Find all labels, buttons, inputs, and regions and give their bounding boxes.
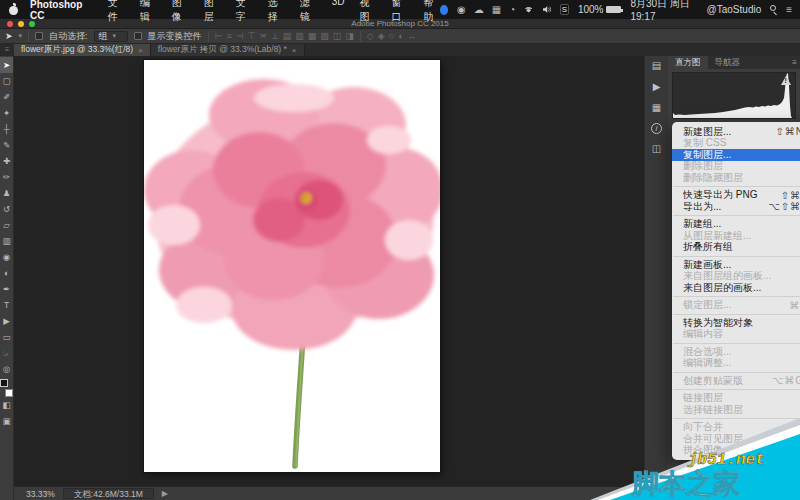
quick-mask-icon[interactable]: ◧ <box>0 397 13 413</box>
tabbar-overflow-icon[interactable]: ≡ <box>0 44 14 56</box>
shape-tool[interactable]: ▭ <box>0 329 13 345</box>
clock-icon[interactable]: ◔ <box>509 5 515 15</box>
close-tab-icon[interactable]: × <box>138 46 143 55</box>
color-swatches[interactable] <box>0 379 13 397</box>
align-button-1[interactable]: ⊢ <box>215 31 223 42</box>
zoom-window-button[interactable] <box>29 21 35 27</box>
input-indicator-icon[interactable]: ◉ <box>457 5 466 15</box>
menubar-menu-视图[interactable]: 视图 <box>359 0 376 24</box>
tools-panel: ➤▢✐✦┼✎✚✏♟↺▱▥◉◐✒T▶▭☞◎◧▣ <box>0 56 14 500</box>
apple-menu-icon[interactable] <box>8 4 18 15</box>
mode-button-1[interactable]: ◇ <box>367 31 374 42</box>
menubar-menu-文件[interactable]: 文件 <box>108 0 125 24</box>
dodge-tool[interactable]: ◐ <box>0 265 13 281</box>
collapsed-panel-adjustments-icon[interactable]: ▦ <box>649 101 665 115</box>
canvas-area[interactable] <box>14 56 644 486</box>
histogram-warning-icon[interactable] <box>781 76 791 85</box>
menubar-menu-帮助[interactable]: 帮助 <box>423 0 440 24</box>
hand-tool[interactable]: ☞ <box>0 345 13 361</box>
align-button-12[interactable]: ◨ <box>345 31 354 42</box>
wifi-icon[interactable] <box>524 5 533 14</box>
menubar-app-badge[interactable]: S <box>560 4 569 15</box>
auto-select-dropdown[interactable]: 组▾ <box>94 31 128 42</box>
gradient-tool[interactable]: ▥ <box>0 233 13 249</box>
menubar-user[interactable]: @TaoStudio <box>707 4 762 15</box>
menubar-menu-文字[interactable]: 文字 <box>236 0 253 24</box>
menubar-menu-选择[interactable]: 选择 <box>268 0 285 24</box>
eraser-tool[interactable]: ▱ <box>0 217 13 233</box>
spotlight-search-icon[interactable] <box>770 5 777 14</box>
healing-brush-tool[interactable]: ✚ <box>0 153 13 169</box>
menubar-menu-滤镜[interactable]: 滤镜 <box>300 0 317 24</box>
show-transform-checkbox[interactable] <box>134 32 142 40</box>
align-buttons: ⊢≡⊣⊤≍⊥▤▥▦▧◫◨ <box>215 31 354 42</box>
align-button-8[interactable]: ▥ <box>295 31 304 42</box>
screen-mode-icon[interactable]: ▣ <box>0 413 13 429</box>
collapsed-panel-swatches-icon[interactable]: ▤ <box>649 59 665 73</box>
cloud-icon[interactable]: ☁ <box>474 5 484 15</box>
eyedropper-tool[interactable]: ✎ <box>0 137 13 153</box>
align-button-5[interactable]: ≍ <box>259 31 267 42</box>
pen-tool[interactable]: ✒ <box>0 281 13 297</box>
menubar-clock[interactable]: 8月30日 周日 19:17 <box>630 0 697 22</box>
menu-item[interactable]: 来自图层的画板... <box>672 282 800 294</box>
crop-tool[interactable]: ┼ <box>0 121 13 137</box>
move-tool[interactable]: ➤ <box>0 57 13 73</box>
menubar-menu-窗口[interactable]: 窗口 <box>391 0 408 24</box>
status-options-arrow-icon[interactable]: ▶ <box>162 489 168 498</box>
align-button-11[interactable]: ◫ <box>333 31 342 42</box>
collapsed-panel-properties-icon[interactable]: ◫ <box>649 142 665 156</box>
mode-button-3[interactable]: ○ <box>389 31 394 42</box>
close-tab-icon[interactable]: × <box>292 46 297 55</box>
mode-button-5[interactable]: ↔ <box>408 31 417 42</box>
panel-menu-icon[interactable]: ≡ <box>792 56 800 69</box>
path-selection-tool[interactable]: ▶ <box>0 313 13 329</box>
menu-item[interactable]: 折叠所有组 <box>672 242 800 254</box>
zoom-tool[interactable]: ◎ <box>0 361 13 377</box>
align-button-6[interactable]: ⊥ <box>271 31 279 42</box>
document-tab-2[interactable]: flower原片 拷贝 @ 33.3%(Lab/8) *× <box>151 44 305 56</box>
zoom-level-field[interactable]: 33.33% <box>26 489 55 499</box>
tool-preset-caret-icon[interactable]: ▾ <box>19 32 23 40</box>
menubar-menu-编辑[interactable]: 编辑 <box>140 0 157 24</box>
collapsed-panel-info-icon[interactable]: i <box>651 123 662 134</box>
mode-button-4[interactable]: ◐ <box>398 31 403 42</box>
app-menu-title[interactable]: Photoshop CC <box>30 0 94 21</box>
minimize-window-button[interactable] <box>18 21 24 27</box>
lasso-tool[interactable]: ✐ <box>0 89 13 105</box>
tab-histogram[interactable]: 直方图 <box>668 56 708 69</box>
keyboard-icon[interactable]: ▦ <box>492 5 501 15</box>
notification-center-icon[interactable]: ≡ <box>786 5 792 15</box>
brush-tool[interactable]: ✏ <box>0 169 13 185</box>
document-size-field[interactable]: 文档:42.6M/33.1M <box>63 488 154 499</box>
document-canvas[interactable] <box>144 60 440 472</box>
history-brush-tool[interactable]: ↺ <box>0 201 13 217</box>
menu-item[interactable]: 导出为...⌥⇧⌘' <box>672 201 800 213</box>
input-method-icon[interactable] <box>440 5 448 15</box>
align-button-7[interactable]: ▤ <box>283 31 292 42</box>
tab-navigator[interactable]: 导航器 <box>708 56 748 69</box>
volume-icon[interactable] <box>543 5 551 14</box>
auto-select-checkbox[interactable] <box>35 32 43 40</box>
menubar-menu-图层[interactable]: 图层 <box>204 0 221 24</box>
canvas-column: 33.33% 文档:42.6M/33.1M ▶ <box>14 56 644 500</box>
clone-stamp-tool[interactable]: ♟ <box>0 185 13 201</box>
menu-item: 编辑调整... <box>672 358 800 370</box>
align-button-9[interactable]: ▦ <box>308 31 317 42</box>
collapsed-panel-actions-icon[interactable]: ▶ <box>649 80 665 94</box>
blur-tool[interactable]: ◉ <box>0 249 13 265</box>
foreground-color-swatch[interactable] <box>0 379 8 387</box>
marquee-tool[interactable]: ▢ <box>0 73 13 89</box>
type-tool[interactable]: T <box>0 297 13 313</box>
align-button-3[interactable]: ⊣ <box>236 31 244 42</box>
menubar-menu-3D[interactable]: 3D <box>332 0 345 24</box>
menubar-menu-图像[interactable]: 图像 <box>172 0 189 24</box>
align-button-2[interactable]: ≡ <box>226 31 231 42</box>
close-window-button[interactable] <box>7 21 13 27</box>
background-color-swatch[interactable] <box>5 389 13 397</box>
align-button-4[interactable]: ⊤ <box>248 31 256 42</box>
mode-button-2[interactable]: ◈ <box>378 31 385 42</box>
align-button-10[interactable]: ▧ <box>320 31 329 42</box>
quick-selection-tool[interactable]: ✦ <box>0 105 13 121</box>
document-tab-1[interactable]: flower原片.jpg @ 33.3%(红/8)× <box>14 44 151 56</box>
